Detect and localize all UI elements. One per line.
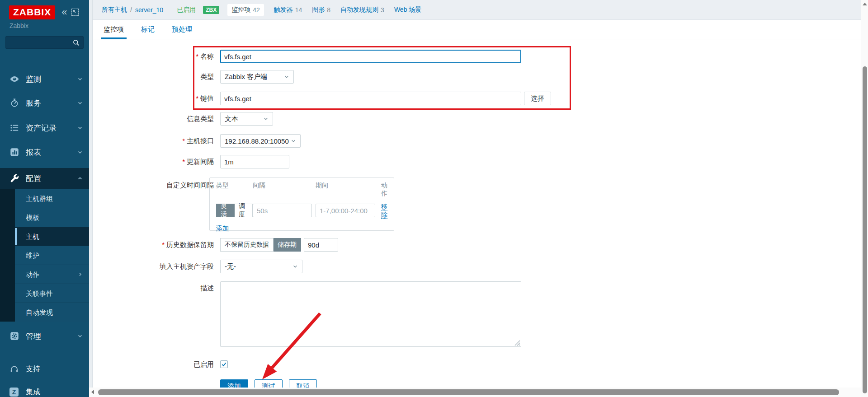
inventory-label: 填入主机资产字段 (93, 260, 214, 271)
wrench-icon (9, 173, 19, 183)
stat-discovery-rules-count: 3 (381, 6, 384, 14)
sidebar-item-host-groups[interactable]: 主机群组 (15, 189, 89, 208)
search-input[interactable] (6, 39, 72, 46)
sidebar-item-integrations[interactable]: Z 集成 (0, 382, 89, 397)
sidebar-item-actions[interactable]: 动作 (15, 265, 89, 284)
stat-web-scenarios: Web 场景 (394, 6, 424, 14)
tab-label: 监控项 (104, 25, 124, 34)
stat-graphs: 图形 8 (312, 6, 330, 14)
sidebar-item-label: 集成 (26, 388, 89, 397)
tab-label: 标记 (141, 25, 155, 34)
storage-period-button[interactable]: 储存期 (274, 238, 301, 252)
sidebar-item-event-correlation[interactable]: 关联事件 (15, 284, 89, 303)
sidebar-item-services[interactable]: 服务 (0, 93, 89, 113)
type-select[interactable]: Zabbix 客户端 (220, 70, 294, 84)
custom-intervals-box: 类型 间隔 期间 动作 灵活 调度 50s 1-7,00:00-24:00 移除… (209, 177, 394, 231)
sidebar-item-discovery[interactable]: 自动发现 (15, 303, 89, 322)
update-interval-input[interactable]: 1m (220, 155, 289, 168)
interval-placeholder: 50s (257, 207, 268, 215)
row-custom-intervals: 自定义时间间隔 (93, 177, 214, 190)
z-letter: Z (12, 388, 16, 396)
history-value-input[interactable]: 90d (304, 238, 338, 252)
add-interval-link[interactable]: 添加 (216, 224, 229, 232)
col-period-header: 期间 (316, 182, 377, 198)
scroll-left-arrow-icon[interactable] (91, 390, 94, 394)
host-interface-select[interactable]: 192.168.88.20:10050 (220, 134, 301, 148)
form-tabbar: 监控项 标记 预处理 (93, 20, 861, 39)
key-input[interactable]: vfs.fs.get (220, 92, 521, 105)
col-interval-header: 间隔 (253, 182, 316, 198)
gear-icon (9, 331, 19, 341)
interval-input[interactable]: 50s (253, 204, 312, 217)
chevron-down-icon (77, 100, 83, 106)
horizontal-scrollbar-thumb[interactable] (98, 389, 839, 395)
breadcrumb-all-hosts[interactable]: 所有主机 (102, 6, 127, 14)
sidebar-item-configuration[interactable]: 配置 (0, 168, 89, 189)
sidebar-item-hosts[interactable]: 主机 (15, 227, 89, 246)
value-type-select-value: 文本 (225, 115, 238, 123)
sub-item-label: 模板 (26, 214, 39, 221)
required-marker: * (196, 53, 198, 60)
stat-triggers-count: 14 (295, 6, 302, 14)
stat-triggers-link[interactable]: 触发器 (274, 6, 293, 14)
inventory-select[interactable]: -无- (220, 260, 302, 273)
sidebar-item-administration[interactable]: 管理 (0, 326, 89, 346)
type-select-value: Zabbix 客户端 (225, 73, 267, 81)
sidebar-item-monitoring[interactable]: 监测 (0, 69, 89, 89)
row-enabled: 已启用 (93, 360, 228, 369)
key-label: *键值 (93, 92, 214, 103)
value-type-select[interactable]: 文本 (220, 112, 273, 126)
enabled-checkbox[interactable] (220, 360, 228, 368)
scroll-up-arrow-icon[interactable] (863, 3, 867, 5)
zabbix-logo[interactable]: ZABBIX (9, 5, 55, 19)
required-marker: * (183, 137, 185, 145)
description-textarea[interactable] (220, 281, 521, 347)
eye-icon (9, 74, 19, 84)
sidebar-item-reports[interactable]: 报表 (0, 142, 89, 163)
vertical-scrollbar-thumb[interactable] (863, 66, 867, 393)
key-input-value: vfs.fs.get (224, 95, 251, 103)
col-type-header: 类型 (216, 182, 253, 198)
sidebar-item-label: 管理 (26, 331, 77, 341)
sub-item-label: 维护 (26, 252, 39, 259)
key-select-button[interactable]: 选择 (524, 92, 551, 105)
inventory-select-value: -无- (225, 262, 236, 271)
tab-preprocessing[interactable]: 预处理 (169, 20, 195, 39)
sidebar-item-support[interactable]: 支持 (0, 359, 89, 379)
enabled-label: 已启用 (93, 360, 214, 369)
name-input[interactable]: vfs.fs.get (220, 50, 521, 63)
required-marker: * (196, 95, 198, 102)
tab-item[interactable]: 监控项 (101, 20, 127, 39)
breadcrumb-host[interactable]: server_10 (135, 6, 163, 14)
vertical-scrollbar[interactable] (861, 0, 868, 397)
remove-interval-link[interactable]: 移除 (381, 203, 387, 219)
tab-label: 预处理 (172, 25, 192, 34)
stat-web-scenarios-link[interactable]: Web 场景 (394, 6, 421, 14)
sidebar-expand-icon[interactable] (71, 9, 79, 16)
history-value: 90d (308, 241, 319, 249)
horizontal-scrollbar[interactable] (89, 388, 861, 397)
search-icon[interactable] (72, 39, 80, 47)
no-history-button[interactable]: 不保留历史数据 (220, 238, 274, 252)
flexible-button[interactable]: 灵活 (216, 204, 235, 217)
sub-item-label: 主机群组 (26, 195, 53, 202)
sidebar-collapse-icon[interactable]: « (61, 7, 67, 17)
bar-chart-icon (9, 147, 19, 157)
sidebar-item-inventory[interactable]: 资产记录 (0, 117, 89, 138)
resize-grip-icon[interactable] (514, 340, 520, 346)
check-icon (221, 361, 227, 367)
list-icon (9, 123, 19, 133)
sidebar-item-templates[interactable]: 模板 (15, 208, 89, 227)
row-description: 描述 (93, 281, 521, 347)
tab-tags[interactable]: 标记 (138, 20, 157, 39)
row-update-interval: *更新间隔 1m (93, 155, 289, 168)
stat-discovery-rules-link[interactable]: 自动发现规则 (340, 6, 378, 14)
stat-items-label: 监控项 (231, 6, 250, 14)
chevron-down-icon (292, 264, 298, 269)
row-value-type: 信息类型 文本 (93, 112, 273, 126)
stat-graphs-link[interactable]: 图形 (312, 6, 325, 14)
zabbix-z-icon: Z (9, 388, 19, 397)
sidebar-item-maintenance[interactable]: 维护 (15, 246, 89, 265)
period-input[interactable]: 1-7,00:00-24:00 (316, 204, 375, 217)
scheduling-button[interactable]: 调度 (235, 204, 253, 217)
